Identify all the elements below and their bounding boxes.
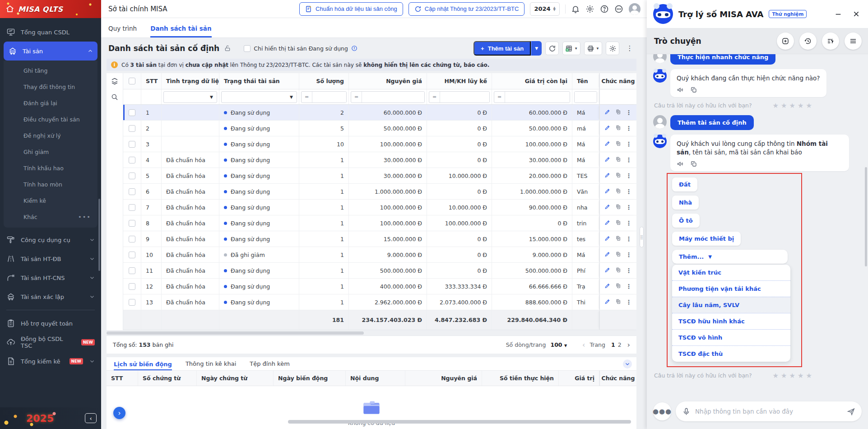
detail-tab[interactable]: Lịch sử biến động <box>114 361 172 371</box>
bell-icon[interactable] <box>571 5 580 14</box>
kebab-icon[interactable]: ⋮ <box>626 204 632 210</box>
sidebar-scrollbar[interactable] <box>98 199 100 271</box>
update-circular-button[interactable]: Cập nhật Thông tư 23/2023/TT-BTC <box>408 2 525 16</box>
table-row[interactable]: 3Đang sử dụng10100.000.000 Đ0 Đ100.000.0… <box>123 136 636 152</box>
col-header-remaining[interactable]: Giá trị còn lại <box>492 73 572 89</box>
copy-icon[interactable] <box>615 204 622 211</box>
table-row[interactable]: 10Đã chuẩn hóaĐã ghi giảm19.000.000 Đ0 Đ… <box>123 247 636 263</box>
submenu-item[interactable]: Đề nghị xử lý <box>4 127 97 144</box>
kebab-icon[interactable]: ⋮ <box>626 252 632 258</box>
table-row[interactable]: 9Đã chuẩn hóaĐang sử dụng115.000.000 Đ0 … <box>123 231 636 247</box>
asset-group-chip[interactable]: Nhà <box>672 196 699 210</box>
add-asset-dropdown[interactable]: ▼ <box>531 41 542 56</box>
star-icon[interactable]: ★ <box>798 372 803 380</box>
more-actions-button[interactable]: ⋮ <box>623 42 636 55</box>
table-hscrollbar-thumb[interactable] <box>107 331 364 335</box>
submenu-item[interactable]: Điều chuyển tài sản <box>4 111 97 127</box>
copy-icon[interactable] <box>615 283 622 290</box>
col-header-name[interactable]: Tên <box>572 73 599 89</box>
copy-icon[interactable] <box>690 86 697 93</box>
history-button[interactable] <box>799 33 817 50</box>
sidebar-item-monitor[interactable]: Tổng quan CSDL <box>0 23 101 42</box>
row-checkbox[interactable] <box>129 299 135 306</box>
minimize-icon[interactable] <box>835 10 842 18</box>
table-row[interactable]: 7Đã chuẩn hóaĐang sử dụng1100.000.000 Đ1… <box>123 200 636 215</box>
kebab-icon[interactable]: ⋮ <box>626 188 632 195</box>
asset-group-chip[interactable]: Đất <box>672 177 697 191</box>
lock-open-icon[interactable] <box>224 45 231 52</box>
sidebar-item-roller[interactable]: Công cụ dụng cụ <box>0 230 101 249</box>
speaker-icon[interactable] <box>677 86 684 93</box>
edit-icon[interactable] <box>604 283 611 290</box>
col-header-stt[interactable]: STT <box>141 73 162 89</box>
col-header-quantity[interactable]: Số lượng <box>299 73 349 89</box>
operator-equals[interactable]: = <box>494 92 505 103</box>
expand-panel-button[interactable]: › <box>113 407 125 419</box>
star-icon[interactable]: ★ <box>773 102 779 110</box>
dropdown-item[interactable]: TSCĐ hữu hình khác <box>672 313 790 329</box>
edit-icon[interactable] <box>604 109 611 116</box>
history-col-b-nct[interactable]: Ngày chứng từ <box>197 371 274 386</box>
edit-icon[interactable] <box>604 251 611 258</box>
filter-input-name[interactable] <box>575 92 597 103</box>
normalize-data-button[interactable]: Chuẩn hóa dữ liệu tài sản công <box>299 2 403 16</box>
submenu-item[interactable]: Thay đổi thông tin <box>4 79 97 95</box>
column-settings-button[interactable] <box>606 42 619 55</box>
page-number-1[interactable]: 1 <box>610 341 617 348</box>
help-icon[interactable] <box>600 5 609 14</box>
asset-group-chip[interactable]: Máy móc thiết bị <box>672 232 741 246</box>
sidebar-item-pipe[interactable]: Tài sản HT-CNS <box>0 268 101 287</box>
star-icon[interactable]: ★ <box>773 372 779 380</box>
dropdown-item[interactable]: TSCĐ đặc thù <box>672 345 790 362</box>
operator-equals[interactable]: = <box>351 92 362 103</box>
data-status-filter-select[interactable]: ▼ <box>163 91 217 103</box>
sidebar-item-carhome[interactable]: Tài sản xác lập <box>0 287 101 306</box>
edit-icon[interactable] <box>604 298 611 306</box>
copy-icon[interactable] <box>615 172 622 179</box>
sidebar-collapse-button[interactable]: ‹ <box>85 413 97 423</box>
app-logo[interactable]: MISA QLTS <box>0 0 101 18</box>
col-header-depreciation[interactable]: HM/KH lũy kế <box>427 73 492 89</box>
submenu-item[interactable]: Đánh giá lại <box>4 95 97 111</box>
table-row[interactable]: 11Đã chuẩn hóaĐang sử dụng1500.000.000 Đ… <box>123 263 636 279</box>
row-checkbox[interactable] <box>129 188 135 195</box>
next-page-button[interactable]: › <box>627 341 630 349</box>
mic-icon[interactable] <box>682 407 691 416</box>
fiscal-year-select[interactable]: 2024 ▲▼ <box>530 2 560 16</box>
collapse-detail-button[interactable] <box>623 359 632 368</box>
table-row[interactable]: 6Đã chuẩn hóaĐang sử dụng11.000.000.000 … <box>123 184 636 200</box>
col-header-data-status[interactable]: Tình trạng dữ liệu <box>162 73 219 89</box>
dropdown-item[interactable]: Vật kiến trúc <box>672 265 790 280</box>
year-stepper-icon[interactable]: ▲▼ <box>553 7 556 11</box>
row-checkbox[interactable] <box>129 204 135 211</box>
submenu-item[interactable]: Ghi giảm <box>4 144 97 160</box>
dropdown-item[interactable]: Cây lâu năm, SVLV <box>672 297 790 313</box>
search-icon[interactable] <box>111 89 119 105</box>
row-checkbox[interactable] <box>129 157 135 163</box>
edit-icon[interactable] <box>604 267 611 274</box>
row-checkbox[interactable] <box>129 173 135 179</box>
kebab-icon[interactable]: ⋮ <box>626 141 632 147</box>
sidebar-item-clipboard[interactable]: Hỗ trợ quyết toán <box>0 314 101 333</box>
history-col-b-stt[interactable]: STT <box>107 371 138 386</box>
edit-icon[interactable] <box>604 219 611 227</box>
kebab-icon[interactable]: ⋮ <box>626 157 632 163</box>
submenu-item[interactable]: Kiểm kê <box>4 192 97 209</box>
user-message-pill[interactable]: Thực hiện nhanh chức năng <box>670 54 775 65</box>
submenu-item[interactable]: Ghi tăng <box>4 62 97 79</box>
row-checkbox[interactable] <box>129 283 135 290</box>
close-icon[interactable] <box>853 10 860 18</box>
history-col-b-gt[interactable]: Giá trị <box>559 371 599 386</box>
panel-resize-handle[interactable]: ⣿ <box>640 227 644 247</box>
edit-icon[interactable] <box>604 156 611 163</box>
info-icon[interactable] <box>351 45 357 51</box>
detail-tab[interactable]: Tệp đính kèm <box>250 360 290 370</box>
copy-icon[interactable] <box>615 125 622 132</box>
send-icon[interactable] <box>847 407 855 416</box>
table-row[interactable]: 13Đã chuẩn hóaĐang sử dụng12.962.000.000… <box>123 294 636 310</box>
select-all-checkbox[interactable] <box>129 78 135 84</box>
copy-icon[interactable] <box>615 235 622 242</box>
refresh-button[interactable] <box>545 42 559 55</box>
row-checkbox[interactable] <box>129 267 135 274</box>
detail-tab[interactable]: Thông tin kê khai <box>186 360 236 370</box>
